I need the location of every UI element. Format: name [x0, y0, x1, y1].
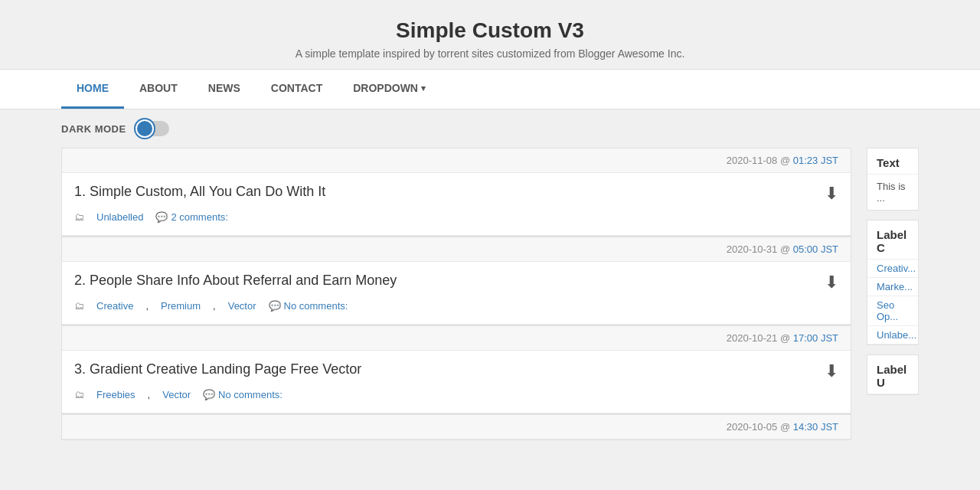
label-u-widget: Label U [867, 354, 919, 395]
cat-icon-3: 🗂 [74, 389, 84, 400]
toggle-knob[interactable] [136, 119, 154, 138]
text-widget: Text This is ... [867, 148, 919, 211]
category-unlabelled[interactable]: Unlabelled [96, 211, 143, 223]
dark-mode-toggle[interactable] [136, 119, 175, 139]
label-link-creative[interactable]: Creativ... [867, 260, 918, 278]
post-block-3: 2020-10-21 @ 17:00 JST 3. Gradient Creat… [61, 325, 851, 414]
text-widget-content: This is ... [877, 181, 906, 204]
comment-section-3: 💬 No comments: [203, 389, 283, 400]
post-title-row-2: 2. People Share Info About Referral and … [74, 273, 838, 292]
sidebar: Text This is ... Label C Creativ... Mark… [867, 148, 919, 404]
post-date-bar-3: 2020-10-21 @ 17:00 JST [62, 326, 851, 351]
post-date-bar-2: 2020-10-31 @ 05:00 JST [62, 237, 851, 262]
post-meta-1: 🗂 Unlabelled 💬 2 comments: [74, 211, 838, 223]
comment-section-2: 💬 No comments: [269, 300, 348, 312]
text-widget-body: This is ... [867, 175, 918, 210]
post-block-4: 2020-10-05 @ 14:30 JST [61, 414, 851, 440]
category-vector-3[interactable]: Vector [162, 389, 191, 400]
label-c-widget-title: Label C [867, 220, 918, 260]
download-icon-2[interactable]: ⬇ [825, 273, 838, 292]
text-widget-title: Text [867, 149, 918, 175]
post-date-bar-4: 2020-10-05 @ 14:30 JST [62, 415, 851, 439]
dropdown-arrow-icon: ▾ [421, 83, 426, 93]
label-c-widget: Label C Creativ... Marke... Seo Op... Un… [867, 220, 919, 345]
nav-dropdown[interactable]: DROPDOWN ▾ [338, 70, 441, 109]
comments-link-1[interactable]: 2 comments: [171, 211, 227, 223]
post-title-2: 2. People Share Info About Referral and … [74, 273, 397, 289]
nav-news[interactable]: NEWS [193, 70, 256, 109]
category-vector-2[interactable]: Vector [228, 300, 256, 312]
post-block-1: 2020-11-08 @ 01:23 JST 1. Simple Custom,… [61, 148, 851, 237]
post-block-2: 2020-10-31 @ 05:00 JST 2. People Share I… [61, 237, 851, 325]
post-title-1: 1. Simple Custom, All You Can Do With It [74, 184, 325, 200]
download-icon-1[interactable]: ⬇ [825, 184, 838, 204]
comment-icon-3: 💬 [203, 389, 215, 400]
post-date-text-3: 2020-10-21 @ [727, 332, 793, 344]
post-date-link-1[interactable]: 01:23 JST [793, 155, 838, 166]
label-link-marketing[interactable]: Marke... [867, 278, 918, 296]
category-freebies[interactable]: Freebies [96, 389, 136, 400]
post-title-row-1: 1. Simple Custom, All You Can Do With It… [74, 184, 838, 204]
category-premium[interactable]: Premium [161, 300, 201, 312]
post-content-1: 1. Simple Custom, All You Can Do With It… [62, 173, 851, 236]
nav-about[interactable]: ABOUT [124, 70, 193, 109]
cat-icon-1: 🗂 [74, 211, 84, 223]
post-content-3: 3. Gradient Creative Landing Page Free V… [62, 351, 851, 413]
site-header: Simple Custom V3 A simple template inspi… [0, 0, 980, 69]
post-meta-3: 🗂 Freebies, Vector 💬 No comments: [74, 389, 838, 400]
content-area: 2020-11-08 @ 01:23 JST 1. Simple Custom,… [61, 148, 851, 440]
comment-icon-2: 💬 [269, 300, 281, 312]
site-subtitle: A simple template inspired by torrent si… [12, 47, 968, 60]
post-date-link-4[interactable]: 14:30 JST [793, 421, 838, 433]
dark-mode-label: DARK MODE [61, 123, 126, 135]
post-title-3: 3. Gradient Creative Landing Page Free V… [74, 361, 361, 377]
comment-section-1: 💬 2 comments: [155, 211, 227, 223]
post-title-row-3: 3. Gradient Creative Landing Page Free V… [74, 361, 838, 381]
post-meta-2: 🗂 Creative, Premium, Vector 💬 No comment… [74, 300, 838, 312]
category-creative[interactable]: Creative [96, 300, 133, 312]
comments-link-2[interactable]: No comments: [284, 300, 348, 312]
comments-link-3[interactable]: No comments: [218, 389, 283, 400]
cat-icon-2: 🗂 [74, 300, 84, 312]
post-date-link-2[interactable]: 05:00 JST [793, 243, 838, 255]
main-layout: 2020-11-08 @ 01:23 JST 1. Simple Custom,… [0, 148, 980, 440]
nav-home[interactable]: HOME [61, 70, 124, 109]
post-date-text-4: 2020-10-05 @ [727, 421, 793, 433]
label-link-unlabelled[interactable]: Unlabe... [867, 326, 918, 345]
dark-mode-bar: DARK MODE [0, 109, 980, 148]
post-date-bar-1: 2020-11-08 @ 01:23 JST [62, 149, 851, 173]
post-date-text-2: 2020-10-31 @ [727, 243, 793, 255]
download-icon-3[interactable]: ⬇ [825, 361, 838, 381]
post-content-2: 2. People Share Info About Referral and … [62, 262, 851, 325]
nav-contact[interactable]: CONTACT [256, 70, 338, 109]
label-u-widget-title: Label U [867, 355, 918, 394]
nav-bar: HOME ABOUT NEWS CONTACT DROPDOWN ▾ [0, 69, 980, 109]
post-date-text-1: 2020-11-08 @ [727, 155, 793, 166]
post-date-link-3[interactable]: 17:00 JST [793, 332, 838, 344]
label-link-seo[interactable]: Seo Op... [867, 296, 918, 326]
site-title: Simple Custom V3 [12, 18, 968, 43]
comment-icon-1: 💬 [155, 211, 168, 223]
